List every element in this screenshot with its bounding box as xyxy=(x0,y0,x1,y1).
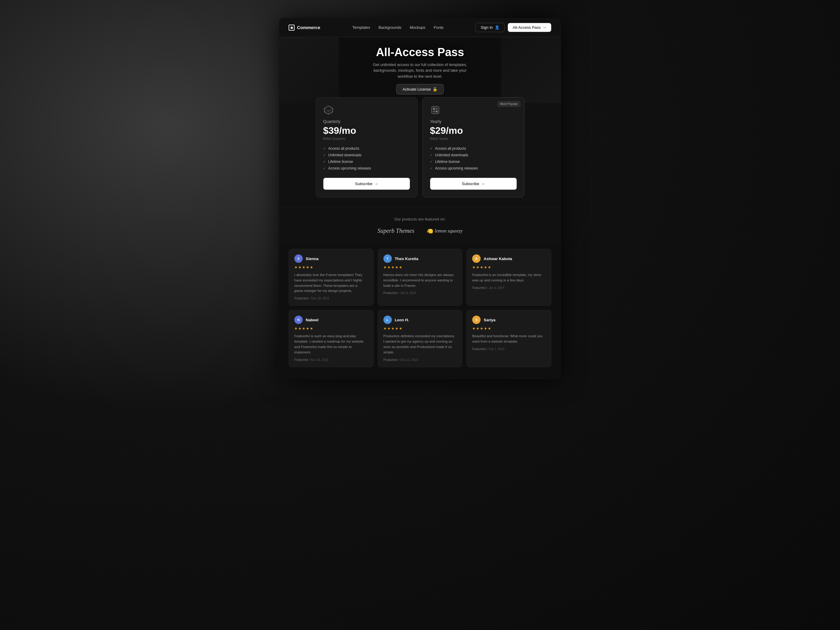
allaccess-label: All-Access Pass xyxy=(513,25,541,30)
subscribe-label: Subscribe xyxy=(462,182,479,186)
yearly-billing: Billed Yearly xyxy=(430,137,517,141)
star-icon: ★ xyxy=(488,265,491,269)
review-meta: Productize • Nov 18, 2023 xyxy=(294,297,368,300)
star-icon: ★ xyxy=(395,327,398,331)
star-rating: ★ ★ ★ ★ ★ xyxy=(384,327,457,331)
logo[interactable]: ▣ Commerce xyxy=(289,25,321,31)
feature-label: Unlimited downloads xyxy=(435,153,468,157)
star-icon: ★ xyxy=(399,327,402,331)
nav-links: Templates Backgrounds Mockups Fonts xyxy=(352,25,444,30)
pricing-cards: Quarterly $39/mo Billed Quarterly ✓ Acce… xyxy=(289,97,551,197)
logo-icon: ▣ xyxy=(289,25,295,31)
feature-label: Unlimited downloads xyxy=(328,153,362,157)
allaccess-button[interactable]: All-Access Pass → xyxy=(508,23,551,32)
lemon-icon: 🍋 xyxy=(426,228,433,234)
signin-label: Sign In xyxy=(481,25,493,30)
review-meta: Productize • Dec 12, 2023 xyxy=(384,358,457,362)
feature-label: Access all products xyxy=(435,147,466,151)
star-icon: ★ xyxy=(484,265,487,269)
review-date: Jan 8, 2024 xyxy=(400,291,416,295)
star-icon: ★ xyxy=(476,327,479,331)
star-icon: ★ xyxy=(387,265,391,269)
hero-title: All-Access Pass xyxy=(372,46,468,59)
check-icon: ✓ xyxy=(323,147,326,151)
reviewer-name: Sariya xyxy=(483,318,495,322)
review-card: N Nabeel ★ ★ ★ ★ ★ Featureful is such an… xyxy=(289,310,374,367)
review-text: Productize definitely exceeded my execta… xyxy=(384,333,457,355)
review-date: Jan 4, 2024 xyxy=(488,286,504,289)
star-icon: ★ xyxy=(395,265,398,269)
star-icon: ★ xyxy=(294,265,298,269)
hero-subtitle: Get unlimited access to our full collect… xyxy=(372,62,468,79)
quarterly-subscribe-button[interactable]: Subscribe → xyxy=(323,178,410,190)
check-icon: ✓ xyxy=(323,153,326,157)
star-icon: ★ xyxy=(484,327,487,331)
lock-icon: 🔓 xyxy=(433,87,437,92)
feature-label: Access all products xyxy=(328,147,359,151)
star-icon: ★ xyxy=(384,265,387,269)
quarterly-card: Quarterly $39/mo Billed Quarterly ✓ Acce… xyxy=(316,97,418,197)
star-icon: ★ xyxy=(488,327,491,331)
reviewer-name: Theo Kurelia xyxy=(395,256,418,261)
arrow-icon: → xyxy=(542,25,546,30)
nav-backgrounds[interactable]: Backgrounds xyxy=(379,25,401,30)
svg-line-4 xyxy=(324,111,328,112)
nav-fonts[interactable]: Fonts xyxy=(434,25,444,30)
reviewer-name: Ashwar Kabota xyxy=(483,256,512,261)
star-rating: ★ ★ ★ ★ ★ xyxy=(472,265,546,269)
yearly-icon xyxy=(430,105,441,115)
review-date: Nov 18, 2023 xyxy=(311,297,329,300)
star-icon: ★ xyxy=(302,265,305,269)
reviewer-name: Nabeel xyxy=(306,318,319,322)
svg-rect-8 xyxy=(436,108,438,110)
nav-templates[interactable]: Templates xyxy=(352,25,370,30)
nav-mockups[interactable]: Mockups xyxy=(410,25,425,30)
avatar: S xyxy=(472,316,481,324)
star-rating: ★ ★ ★ ★ ★ xyxy=(472,327,546,331)
svg-rect-5 xyxy=(432,106,439,114)
product-name: Productize xyxy=(384,291,398,295)
arrow-icon: → xyxy=(374,182,378,186)
arrow-icon: → xyxy=(481,182,485,186)
yearly-feature-2: ✓ Unlimited downloads xyxy=(430,152,517,158)
reviewer-name: Leon H. xyxy=(395,318,409,322)
avatar: T xyxy=(384,254,392,263)
reviewer-row: S Sariya xyxy=(472,316,546,324)
product-name: Featureful xyxy=(294,358,308,362)
review-card: S Sariya ★ ★ ★ ★ ★ Beautiful and functio… xyxy=(466,310,551,367)
navbar: ▣ Commerce Templates Backgrounds Mockups… xyxy=(279,18,561,37)
avatar-initial: T xyxy=(387,257,388,261)
star-icon: ★ xyxy=(480,327,483,331)
review-meta: Featureful • Feb 1, 2024 xyxy=(472,347,546,351)
quarterly-feature-4: ✓ Access upcoming releases xyxy=(323,165,410,172)
nav-actions: Sign In 👤 All-Access Pass → xyxy=(475,23,551,32)
featured-logos: Superb Themes 🍋 lemon squeezy xyxy=(289,227,551,234)
svg-rect-6 xyxy=(433,108,435,110)
star-rating: ★ ★ ★ ★ ★ xyxy=(384,265,457,269)
hero-bg-right xyxy=(501,37,561,103)
star-icon: ★ xyxy=(310,265,313,269)
review-date: Dec 12, 2023 xyxy=(400,358,418,362)
featured-section: Our products are featured on: Superb The… xyxy=(279,207,561,244)
feature-label: Lifetime license xyxy=(435,159,460,164)
lemon-squeezy-text: lemon squeezy xyxy=(435,228,463,234)
quarterly-feature-1: ✓ Access all products xyxy=(323,145,410,152)
review-card: S Sienna ★ ★ ★ ★ ★ I absolutely love the… xyxy=(289,249,374,306)
star-icon: ★ xyxy=(391,327,395,331)
reviewer-row: A Ashwar Kabota xyxy=(472,254,546,263)
star-icon: ★ xyxy=(472,265,475,269)
product-name: Featureful xyxy=(472,286,486,289)
activate-button[interactable]: Activate License 🔓 xyxy=(396,84,444,95)
most-popular-badge: Most Popular xyxy=(497,101,521,107)
star-icon: ★ xyxy=(480,265,483,269)
quarterly-plan-name: Quarterly xyxy=(323,119,410,124)
yearly-subscribe-button[interactable]: Subscribe → xyxy=(430,178,517,190)
reviews-section: S Sienna ★ ★ ★ ★ ★ I absolutely love the… xyxy=(279,244,561,379)
avatar-initial: S xyxy=(297,257,299,261)
featured-label: Our products are featured on: xyxy=(289,217,551,221)
pricing-section: Quarterly $39/mo Billed Quarterly ✓ Acce… xyxy=(279,97,561,207)
hero-content: All-Access Pass Get unlimited access to … xyxy=(366,40,474,101)
signin-button[interactable]: Sign In 👤 xyxy=(475,23,504,32)
review-card: T Theo Kurelia ★ ★ ★ ★ ★ Hamza does not … xyxy=(378,249,463,306)
quarterly-price: $39/mo xyxy=(323,125,410,136)
